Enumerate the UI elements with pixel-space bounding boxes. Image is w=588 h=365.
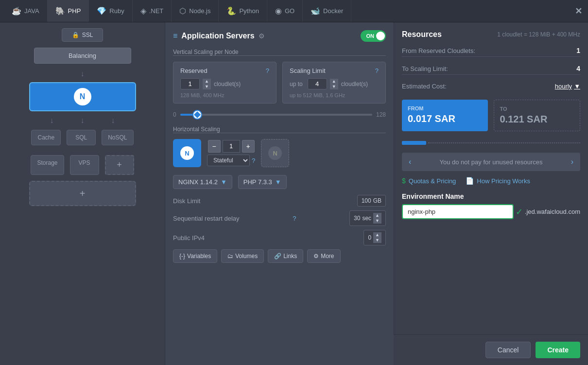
sql-button[interactable]: SQL xyxy=(67,130,96,145)
scaling-limit-cloudlets-label: cloudlet(s) xyxy=(341,81,368,87)
reserved-spin-down[interactable]: ▼ xyxy=(203,84,211,89)
restart-spin-down[interactable]: ▼ xyxy=(373,218,381,224)
tab-python[interactable]: 🐍 Python xyxy=(219,0,267,22)
settings-icon[interactable]: ⚙ xyxy=(259,32,265,40)
storage-label: Storage xyxy=(37,159,57,166)
restart-delay-label: Sequential restart delay xyxy=(173,215,240,222)
to-scaling-row: To Scaling Limit: 4 xyxy=(402,63,580,75)
slider-thumb[interactable] xyxy=(192,110,202,120)
ipv4-spin-down[interactable]: ▼ xyxy=(373,238,381,243)
variables-label: Variables xyxy=(187,253,211,260)
toggle-switch[interactable]: ON xyxy=(361,30,386,42)
scaling-limit-input[interactable] xyxy=(308,78,327,89)
price-boxes: FROM 0.017 SAR TO 0.121 SAR xyxy=(402,100,580,131)
volumes-button[interactable]: 🗂 Volumes xyxy=(221,249,264,263)
nginx-version-select[interactable]: NGINX 1.14.2 ▼ xyxy=(173,175,232,189)
horizontal-scaling-label: Horizontal Scaling xyxy=(173,126,386,133)
domain-suffix: .jed.wafaicloud.com xyxy=(525,208,580,215)
nodejs-icon: ⬡ xyxy=(179,6,186,16)
sql-label: SQL xyxy=(75,134,87,141)
reserved-spin-up[interactable]: ▲ xyxy=(203,79,211,84)
unused-nav-right[interactable]: › xyxy=(571,157,573,166)
from-price-amount: 0.017 SAR xyxy=(408,113,482,124)
cancel-label: Cancel xyxy=(498,346,519,354)
tab-go[interactable]: ◉ GO xyxy=(267,0,303,22)
vps-button[interactable]: VPS xyxy=(70,155,99,175)
reserved-help-icon[interactable]: ? xyxy=(266,67,269,74)
php-version-select[interactable]: PHP 7.3.3 ▼ xyxy=(238,175,287,189)
ipv4-spin-up[interactable]: ▲ xyxy=(373,232,381,238)
vertical-scaling: Reserved ? ▲ ▼ cloudlet(s) 128 MiB, 400 … xyxy=(173,62,386,104)
scaling-limit-help-icon[interactable]: ? xyxy=(375,67,379,74)
from-cloudlets-label: From Reserved Cloudlets: xyxy=(402,47,475,54)
more-button[interactable]: ⚙ More xyxy=(307,249,340,263)
stateful-select[interactable]: Stateful Stateless xyxy=(207,155,250,166)
to-box-label: TO xyxy=(500,106,574,112)
python-icon: 🐍 xyxy=(226,6,236,16)
more-label: More xyxy=(321,253,334,260)
scaling-spin-up[interactable]: ▲ xyxy=(330,79,338,84)
restart-delay-help-icon[interactable]: ? xyxy=(293,215,296,222)
resources-header: Resources 1 cloudlet = 128 MiB + 400 MHz xyxy=(402,30,580,39)
resources-title: Resources xyxy=(402,30,442,39)
reserved-cloudlets-label: cloudlet(s) xyxy=(214,81,241,87)
tab-java-label: JAVA xyxy=(24,7,39,15)
tab-ruby[interactable]: 💎 Ruby xyxy=(89,0,132,22)
env-name-row: ✓ .jed.wafaicloud.com xyxy=(402,204,580,219)
tab-php[interactable]: 🐘 PHP xyxy=(48,0,89,22)
close-button[interactable]: ✕ xyxy=(575,6,582,17)
hourly-arrow-icon: ▼ xyxy=(574,83,580,90)
add-service-button[interactable]: + xyxy=(105,155,134,175)
create-button[interactable]: Create xyxy=(536,342,580,358)
extra-row: Storage VPS + xyxy=(31,155,134,175)
reserved-cloudlets-input[interactable] xyxy=(180,78,200,89)
count-plus-button[interactable]: + xyxy=(242,140,255,153)
tab-nodejs[interactable]: ⬡ Node.js xyxy=(172,0,219,22)
vps-label: VPS xyxy=(79,159,90,166)
restart-spin-up[interactable]: ▲ xyxy=(373,213,381,218)
arrow-down-2: ↓ xyxy=(50,116,54,125)
hourly-label: hourly xyxy=(555,83,572,90)
scaling-spin-down[interactable]: ▼ xyxy=(330,84,338,89)
slider-track[interactable] xyxy=(180,114,372,116)
add-group-button[interactable]: + xyxy=(29,181,136,206)
ssl-button[interactable]: 🔒 SSL xyxy=(62,28,104,42)
nginx-ghost-node: N xyxy=(261,139,289,167)
h-scaling-row: N − 1 + Stateful Stateless ? xyxy=(173,139,386,167)
dollar-icon: $ xyxy=(402,177,406,185)
nosql-button[interactable]: NoSQL xyxy=(102,130,133,145)
links-button[interactable]: 🔗 Links xyxy=(268,249,303,263)
variables-button[interactable]: {-} Variables xyxy=(173,249,217,263)
disk-limit-num: 100 xyxy=(362,197,371,204)
from-cloudlets-value: 1 xyxy=(576,47,580,54)
env-name-input[interactable] xyxy=(402,204,514,219)
ipv4-value: 0 ▲ ▼ xyxy=(363,230,386,245)
tab-python-label: Python xyxy=(239,7,259,15)
panel-title: Application Servers xyxy=(181,32,254,40)
count-minus-button[interactable]: − xyxy=(208,140,221,153)
cache-button[interactable]: Cache xyxy=(31,130,61,145)
quotas-pricing-link[interactable]: $ Quotas & Pricing xyxy=(402,177,456,185)
nginx-node[interactable]: N xyxy=(29,82,136,111)
storage-button[interactable]: Storage xyxy=(31,155,64,175)
price-bar-fill xyxy=(402,141,426,145)
ruby-icon: 💎 xyxy=(97,6,106,16)
reserved-spinners: ▲ ▼ xyxy=(203,79,211,89)
stateful-help-icon[interactable]: ? xyxy=(252,157,255,164)
restart-delay-num: 30 xyxy=(354,215,360,222)
cancel-button[interactable]: Cancel xyxy=(485,342,531,358)
tab-docker-label: Docker xyxy=(323,7,343,15)
hourly-select[interactable]: hourly ▼ xyxy=(555,83,580,90)
volumes-label: Volumes xyxy=(235,253,258,260)
tab-net-label: .NET xyxy=(149,7,164,15)
tab-java[interactable]: ☕ JAVA xyxy=(4,0,48,22)
add-icon: + xyxy=(117,160,122,170)
scaling-limit-sub: up to 512 MiB, 1.6 GHz xyxy=(290,92,379,98)
add-group-icon: + xyxy=(80,188,86,199)
count-controls: − 1 + Stateful Stateless ? xyxy=(207,140,255,166)
tab-net[interactable]: ◈ .NET xyxy=(133,0,172,22)
balancing-button[interactable]: Balancing xyxy=(34,48,131,64)
tab-php-label: PHP xyxy=(68,7,81,15)
tab-docker[interactable]: 🐋 Docker xyxy=(303,0,351,22)
how-pricing-link[interactable]: 📄 How Pricing Works xyxy=(466,177,530,185)
